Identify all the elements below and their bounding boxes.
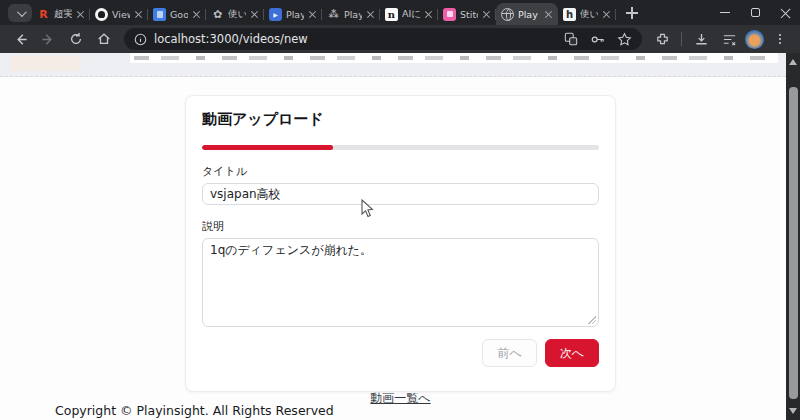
close-icon[interactable]	[250, 10, 259, 19]
web-page: 動画アップロード タイトル 説明 1qのディフェンスが崩れた。 前へ 次へ 動画…	[0, 53, 786, 420]
stitch-icon	[443, 8, 456, 21]
toolbar-divider	[681, 32, 682, 46]
scrollbar[interactable]	[786, 53, 800, 420]
reload-icon	[69, 32, 83, 46]
github-icon	[95, 8, 108, 21]
menu-button[interactable]	[768, 27, 792, 51]
tab-1[interactable]: 超実践	[32, 3, 90, 25]
tab-strip: 超実践 View Goog 使い方 Play i Playin	[0, 0, 800, 25]
tab-label: Playin	[344, 9, 362, 20]
profile-avatar[interactable]	[745, 30, 764, 49]
next-button[interactable]: 次へ	[545, 339, 599, 367]
blue-app-icon	[269, 8, 282, 21]
forward-arrow-icon	[41, 32, 56, 47]
previous-button[interactable]: 前へ	[482, 339, 536, 367]
download-icon	[694, 32, 709, 47]
upload-card: 動画アップロード タイトル 説明 1qのディフェンスが崩れた。 前へ 次へ 動画…	[185, 95, 616, 392]
back-button[interactable]	[8, 27, 32, 51]
tab-label: Goog	[170, 9, 188, 20]
reading-list-button[interactable]	[717, 27, 741, 51]
tab-5[interactable]: Play i	[264, 3, 322, 25]
minimize-button[interactable]	[710, 0, 740, 25]
progress-bar	[202, 145, 599, 150]
description-label: 説明	[202, 219, 599, 234]
close-icon[interactable]	[544, 10, 553, 19]
password-key-icon[interactable]	[590, 32, 605, 47]
close-icon[interactable]	[482, 10, 491, 19]
tab-search-button[interactable]	[8, 4, 32, 22]
resize-grip-icon[interactable]	[588, 316, 596, 324]
tab-7[interactable]: AIによ	[380, 3, 438, 25]
title-label: タイトル	[202, 164, 599, 179]
list-icon	[722, 32, 737, 47]
tab-8[interactable]: Stitch	[438, 3, 496, 25]
address-bar[interactable]: localhost:3000/videos/new	[124, 28, 642, 50]
scroll-down-icon[interactable]	[789, 408, 797, 414]
close-icon[interactable]	[134, 10, 143, 19]
title-input[interactable]	[202, 183, 599, 205]
browser-toolbar: localhost:3000/videos/new	[0, 25, 800, 53]
close-icon[interactable]	[602, 10, 611, 19]
close-icon	[780, 8, 790, 18]
close-icon[interactable]	[308, 10, 317, 19]
google-docs-icon	[153, 8, 166, 21]
notion-icon	[385, 8, 398, 21]
app-logo-placeholder	[10, 56, 80, 71]
tab-4[interactable]: 使い方	[206, 3, 264, 25]
downloads-button[interactable]	[689, 27, 713, 51]
scroll-up-icon[interactable]	[789, 59, 797, 65]
globe-icon	[501, 8, 514, 21]
reload-button[interactable]	[64, 27, 88, 51]
new-tab-button[interactable]	[622, 3, 642, 23]
kebab-menu-icon	[773, 32, 787, 46]
tab-label: Play i	[286, 9, 304, 20]
tab-10[interactable]: 使い方	[558, 3, 616, 25]
doc-h-icon	[563, 8, 576, 21]
flower-icon	[211, 8, 224, 21]
close-icon[interactable]	[192, 10, 201, 19]
description-wrapper: 1qのディフェンスが崩れた。	[202, 238, 599, 327]
tab-label: 使い方	[228, 8, 246, 21]
tab-3[interactable]: Goog	[148, 3, 206, 25]
app-navbar	[0, 53, 786, 77]
tab-label: View	[112, 9, 130, 20]
maximize-button[interactable]	[740, 0, 770, 25]
back-arrow-icon	[13, 32, 28, 47]
close-icon[interactable]	[366, 10, 375, 19]
tab-6[interactable]: Playin	[322, 3, 380, 25]
page-title: 動画アップロード	[202, 110, 599, 129]
site-info-icon[interactable]	[134, 33, 147, 46]
translate-icon[interactable]	[564, 32, 578, 46]
tab-label: 超実践	[54, 8, 72, 21]
share-nodes-icon	[327, 8, 340, 21]
tab-label: AIによ	[402, 8, 420, 21]
browser-window: 超実践 View Goog 使い方 Play i Playin	[0, 0, 800, 420]
tab-9-active[interactable]: Play i	[496, 3, 558, 25]
close-icon[interactable]	[424, 10, 433, 19]
video-list-link[interactable]: 動画一覧へ	[370, 391, 430, 405]
tab-2[interactable]: View	[90, 3, 148, 25]
scrollbar-thumb[interactable]	[789, 87, 798, 399]
progress-fill	[202, 145, 333, 150]
home-button[interactable]	[92, 27, 116, 51]
copyright-footer: Copyright © Playinsight. All Rights Rese…	[55, 403, 334, 418]
description-textarea[interactable]: 1qのディフェンスが崩れた。	[202, 238, 599, 327]
close-window-button[interactable]	[770, 0, 800, 25]
wizard-buttons: 前へ 次へ	[202, 339, 599, 367]
r-logo-icon	[37, 8, 50, 21]
home-icon	[97, 32, 111, 46]
bookmark-star-icon[interactable]	[617, 32, 632, 47]
maximize-icon	[751, 8, 760, 17]
tab-label: Play i	[518, 9, 540, 20]
extensions-button[interactable]	[650, 27, 674, 51]
window-controls	[710, 0, 800, 25]
chevron-down-icon	[16, 7, 26, 17]
url-text[interactable]: localhost:3000/videos/new	[154, 32, 557, 46]
close-icon[interactable]	[76, 10, 85, 19]
minimize-icon	[720, 12, 730, 13]
tab-label: Stitch	[460, 9, 478, 20]
omnibox-actions	[564, 32, 632, 47]
navbar-links-blurred	[130, 53, 778, 63]
puzzle-icon	[655, 32, 670, 47]
forward-button[interactable]	[36, 27, 60, 51]
